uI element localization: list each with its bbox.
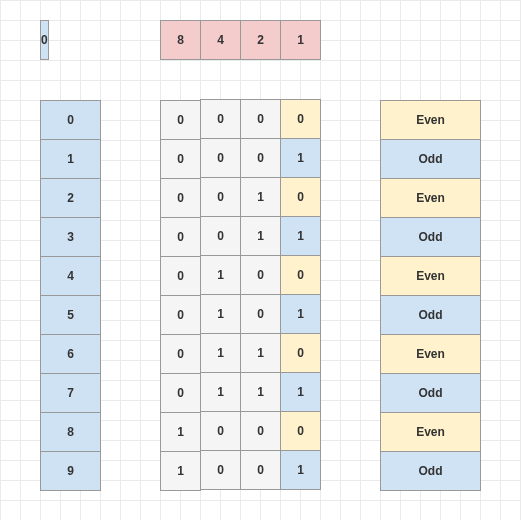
parity-cell: Even	[380, 256, 481, 296]
weight-8: 8	[160, 20, 201, 60]
bits-row: 1000	[160, 412, 321, 452]
decimal-cell: 5	[40, 295, 101, 335]
bit-cell: 0	[200, 411, 241, 451]
bit-cell: 0	[240, 138, 281, 178]
decimal-cell: 8	[40, 412, 101, 452]
decimal-cell: 0	[40, 100, 101, 140]
bit-cell: 0	[240, 411, 281, 451]
parity-cell: Odd	[380, 373, 481, 413]
bits-row: 0001	[160, 139, 321, 179]
weight-4: 4	[200, 20, 241, 60]
decimal-cell: 4	[40, 256, 101, 296]
decimal-cell: 1	[40, 139, 101, 179]
bit-cell: 0	[200, 177, 241, 217]
parity-cell: Even	[380, 412, 481, 452]
bit-cell: 0	[280, 333, 321, 373]
bit-cell: 1	[240, 333, 281, 373]
bit-cell: 1	[200, 255, 241, 295]
parity-cell: Odd	[380, 217, 481, 257]
parity-cell: Even	[380, 178, 481, 218]
bit-cell: 0	[160, 178, 201, 218]
header-top-left: 0	[40, 20, 81, 60]
bit-cell: 0	[160, 373, 201, 413]
bit-cell: 0	[160, 256, 201, 296]
bit-cell: 1	[200, 372, 241, 412]
bit-cell: 0	[160, 217, 201, 257]
weight-1: 1	[280, 20, 321, 60]
bit-cell: 1	[280, 450, 321, 490]
bit-cell: 1	[280, 294, 321, 334]
bits-grid: 0000000100100011010001010110011110001001	[160, 100, 321, 491]
parity-cell: Odd	[380, 139, 481, 179]
bits-row: 0010	[160, 178, 321, 218]
parity-cell: Even	[380, 334, 481, 374]
bit-cell: 1	[280, 138, 321, 178]
bit-cell: 0	[240, 294, 281, 334]
bit-cell: 0	[200, 138, 241, 178]
bit-cell: 0	[240, 255, 281, 295]
bits-row: 0111	[160, 373, 321, 413]
bit-cell: 0	[240, 450, 281, 490]
bits-row: 0011	[160, 217, 321, 257]
parity-cell: Even	[380, 100, 481, 140]
decimal-column: 0123456789	[40, 100, 101, 491]
decimal-cell: 3	[40, 217, 101, 257]
bit-cell: 0	[160, 139, 201, 179]
parity-cell: Odd	[380, 295, 481, 335]
parity-column: EvenOddEvenOddEvenOddEvenOddEvenOdd	[380, 100, 481, 491]
bit-cell: 0	[280, 177, 321, 217]
decimal-cell: 6	[40, 334, 101, 374]
bit-cell: 0	[280, 99, 321, 139]
bits-row: 0100	[160, 256, 321, 296]
bit-cell: 1	[200, 294, 241, 334]
bit-cell: 1	[200, 333, 241, 373]
decimal-cell: 2	[40, 178, 101, 218]
bit-weight-header: 8 4 2 1	[160, 20, 321, 60]
bit-cell: 0	[280, 411, 321, 451]
bit-cell: 0	[200, 99, 241, 139]
bit-cell: 1	[280, 372, 321, 412]
top-left-cell: 0	[40, 20, 49, 60]
decimal-cell: 9	[40, 451, 101, 491]
decimal-cell: 7	[40, 373, 101, 413]
bit-cell: 1	[160, 412, 201, 452]
bits-row: 0000	[160, 100, 321, 140]
bit-cell: 0	[200, 216, 241, 256]
bit-cell: 1	[280, 216, 321, 256]
bit-cell: 0	[200, 450, 241, 490]
bit-cell: 0	[160, 100, 201, 140]
bit-cell: 0	[280, 255, 321, 295]
bit-cell: 0	[160, 295, 201, 335]
bits-row: 1001	[160, 451, 321, 491]
parity-cell: Odd	[380, 451, 481, 491]
bits-row: 0101	[160, 295, 321, 335]
bit-cell: 0	[240, 99, 281, 139]
bit-cell: 0	[160, 334, 201, 374]
bits-row: 0110	[160, 334, 321, 374]
bit-cell: 1	[240, 177, 281, 217]
weight-2: 2	[240, 20, 281, 60]
bit-cell: 1	[240, 372, 281, 412]
bit-cell: 1	[240, 216, 281, 256]
bit-cell: 1	[160, 451, 201, 491]
